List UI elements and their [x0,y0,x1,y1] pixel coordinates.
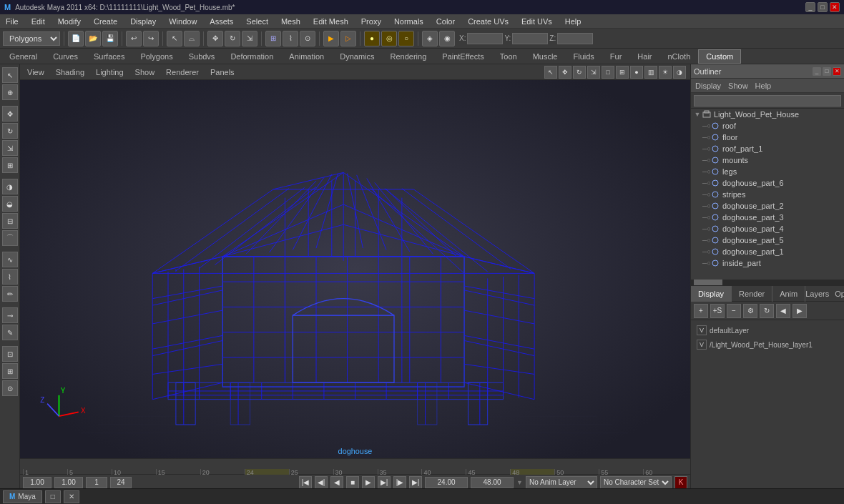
tree-item-dhpart1[interactable]: ─○ doghouse_part_1 [691,246,844,257]
snap-point-icon[interactable]: ⊙ [300,31,315,46]
menu-file[interactable]: File [3,16,21,27]
menu-assets[interactable]: Assets [207,16,236,27]
outliner-maximize-button[interactable]: □ [823,67,831,76]
menu-help[interactable]: Help [562,16,584,27]
layer-vis-default[interactable]: V [697,325,707,335]
tree-item-root[interactable]: ▼ Light_Wood_Pet_House [691,109,844,120]
menu-edituvs[interactable]: Edit UVs [519,16,555,27]
range-end-input[interactable] [471,477,514,488]
tab-fur[interactable]: Fur [602,49,630,64]
input-ops-icon[interactable]: ◈ [422,31,438,46]
menu-normals[interactable]: Normals [391,16,426,27]
ipr-render-icon[interactable]: ▷ [340,31,356,46]
hscroll-thumb[interactable] [694,280,722,285]
tab-dynamics[interactable]: Dynamics [332,49,382,64]
paint-select-icon[interactable]: ⊕ [2,84,18,100]
tab-deformation[interactable]: Deformation [222,49,281,64]
tab-painteffects[interactable]: PaintEffects [434,49,492,64]
tab-polygons[interactable]: Polygons [132,49,180,64]
tab-muscle[interactable]: Muscle [525,49,566,64]
layer-collapse-icon[interactable]: ◀ [776,304,790,318]
stop-button[interactable]: ■ [346,476,359,489]
show-manip-icon[interactable]: ⊡ [2,346,18,362]
go-end-button[interactable]: ▶| [409,476,422,489]
vp-scale-icon[interactable]: ⇲ [587,66,600,79]
layer-tab-anim[interactable]: Anim [772,286,805,302]
layer-options-icon[interactable]: ⚙ [743,304,757,318]
vp-move-icon[interactable]: ✥ [559,66,571,79]
menu-window[interactable]: Window [166,16,200,27]
menu-editmesh[interactable]: Edit Mesh [310,16,351,27]
create-layer-icon[interactable]: + [694,304,708,318]
next-key-button[interactable]: |▶ [393,476,406,489]
anim-layer-dropdown[interactable]: No Anim Layer [526,476,597,489]
snap-curve-icon[interactable]: ⌇ [283,31,298,46]
go-start-button[interactable]: |◀ [299,476,312,489]
select-mode-icon[interactable]: ↖ [2,67,18,83]
vp-wireframe-icon[interactable]: ⊞ [616,66,629,79]
rotate-mode-icon[interactable]: ↻ [2,123,18,139]
grid-icon[interactable]: ⊞ [2,363,18,379]
menu-select[interactable]: Select [243,16,271,27]
outliner-minimize-button[interactable]: _ [813,67,821,76]
tree-item-stripes[interactable]: ─○ stripes [691,189,844,200]
menu-mesh[interactable]: Mesh [278,16,303,27]
layer-tab-render[interactable]: Render [732,286,772,302]
curve-ep-icon[interactable]: ⌇ [2,269,18,285]
tab-ncloth[interactable]: nCloth [660,49,699,64]
tree-item-dhpart5[interactable]: ─○ doghouse_part_5 [691,234,844,246]
light-icon[interactable]: ● [364,31,380,46]
tab-general[interactable]: General [1,49,45,64]
tab-subdvs[interactable]: Subdvs [181,49,223,64]
char-set-dropdown[interactable]: No Character Set [600,476,672,489]
move-mode-icon[interactable]: ✥ [2,106,18,122]
outliner-hscroll[interactable] [691,280,844,285]
menu-create[interactable]: Create [91,16,120,27]
tree-item-roof[interactable]: ─○ roof [691,120,844,132]
snap-grid-icon[interactable]: ⊞ [265,31,281,46]
layer-menu-options[interactable]: Options [835,290,844,298]
rotate-tool-icon[interactable]: ↻ [225,31,240,46]
tab-rendering[interactable]: Rendering [383,49,435,64]
minimize-button[interactable]: _ [805,2,815,12]
light3-icon[interactable]: ○ [398,31,414,46]
light2-icon[interactable]: ◎ [381,31,397,46]
frame-input[interactable] [86,477,107,488]
vp-lights-icon[interactable]: ☀ [659,66,672,79]
layer-tab-display[interactable]: Display [691,286,732,302]
tree-item-dhpart3[interactable]: ─○ doghouse_part_3 [691,212,844,223]
move-tool-icon[interactable]: ✥ [207,31,223,46]
menu-modify[interactable]: Modify [55,16,84,27]
viewport-menu-renderer[interactable]: Renderer [163,66,202,78]
menu-display[interactable]: Display [127,16,159,27]
current-time-input[interactable] [23,477,51,488]
select-tool-icon[interactable]: ↖ [167,31,182,46]
outliner-close-button[interactable]: ✕ [833,67,841,76]
layer-refresh-icon[interactable]: ↻ [760,304,774,318]
lasso-tool-icon[interactable]: ⌓ [184,31,200,46]
viewport-menu-lighting[interactable]: Lighting [93,66,127,78]
close-button[interactable]: ✕ [830,2,840,12]
output-ops-icon[interactable]: ◉ [439,31,455,46]
range-start-input[interactable] [425,477,468,488]
curve-cv-icon[interactable]: ∿ [2,252,18,267]
taskbar-item-2[interactable]: □ [45,490,61,503]
scale-tool-icon[interactable]: ⇲ [242,31,257,46]
delete-layer-icon[interactable]: − [727,304,741,318]
tree-item-inside[interactable]: ─○ inside_part [691,257,844,269]
layer-row-default[interactable]: V defaultLayer [694,323,841,337]
viewport-menu-shading[interactable]: Shading [53,66,87,78]
transform-y-input[interactable] [512,33,548,44]
prev-frame-button[interactable]: ◀ [330,476,343,489]
pencil-icon[interactable]: ✏ [2,286,18,302]
prev-key-button[interactable]: ◀| [315,476,328,489]
lattice-icon[interactable]: ⊟ [2,213,18,229]
layer-vis-main[interactable]: V [697,340,707,350]
save-scene-icon[interactable]: 💾 [102,31,118,46]
start-time-input[interactable] [54,477,83,488]
tab-toon[interactable]: Toon [492,49,525,64]
annotation-icon[interactable]: ✎ [2,325,18,340]
tab-curves[interactable]: Curves [45,49,86,64]
menu-edit[interactable]: Edit [29,16,48,27]
transform-z-input[interactable] [557,33,593,44]
